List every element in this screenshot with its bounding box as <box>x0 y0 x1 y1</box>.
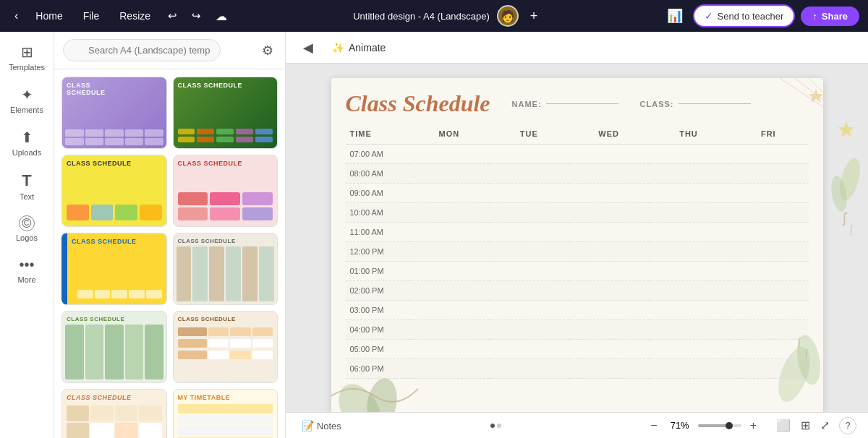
template-card-5[interactable]: Class Schedule <box>61 233 167 305</box>
cell-tue-4[interactable] <box>489 223 569 242</box>
cell-thu-2[interactable] <box>649 184 728 203</box>
cell-wed-9[interactable] <box>569 320 648 340</box>
cell-fri-7[interactable] <box>728 281 808 301</box>
page-dot-2[interactable] <box>497 424 501 428</box>
cell-thu-4[interactable] <box>649 223 728 242</box>
cell-thu-6[interactable] <box>649 262 728 281</box>
cell-mon-6[interactable] <box>409 262 489 281</box>
nav-file[interactable]: File <box>75 7 109 25</box>
filter-button[interactable]: ⚙ <box>259 40 276 61</box>
cell-mon-3[interactable] <box>409 203 489 223</box>
cell-tue-2[interactable] <box>489 184 569 203</box>
cell-thu-10[interactable] <box>649 340 728 359</box>
fullscreen-button[interactable]: ⤢ <box>817 416 833 434</box>
search-input[interactable] <box>63 39 221 61</box>
cell-time-8[interactable]: 03:00 PM <box>346 301 409 320</box>
template-card-3[interactable]: Class Schedule <box>61 155 167 227</box>
cell-wed-10[interactable] <box>569 340 648 359</box>
cell-fri-5[interactable] <box>728 242 808 262</box>
redo-button[interactable]: ↪ <box>186 7 207 25</box>
canvas-main[interactable]: ʃ ʃ Class Schedule NAME: CLASS: <box>286 64 868 412</box>
cell-thu-5[interactable] <box>649 242 728 262</box>
cell-time-10[interactable]: 05:00 PM <box>346 340 409 359</box>
cell-tue-5[interactable] <box>489 242 569 262</box>
template-card-6[interactable]: CLASS SCHEDULE <box>173 233 278 305</box>
cell-thu-1[interactable] <box>649 164 728 184</box>
sidebar-item-logos[interactable]: © Logos <box>2 210 51 248</box>
sidebar-item-uploads[interactable]: ⬆ Uploads <box>2 123 51 163</box>
cell-thu-8[interactable] <box>649 301 728 320</box>
cell-mon-7[interactable] <box>409 281 489 301</box>
cell-tue-3[interactable] <box>489 203 569 223</box>
cell-time-1[interactable]: 08:00 AM <box>346 164 409 184</box>
cell-fri-11[interactable] <box>728 359 808 379</box>
cell-time-3[interactable]: 10:00 AM <box>346 203 409 223</box>
cell-tue-1[interactable] <box>489 164 569 184</box>
schedule-document[interactable]: ʃ ʃ Class Schedule NAME: CLASS: <box>331 78 823 412</box>
cell-thu-7[interactable] <box>649 281 728 301</box>
cell-fri-0[interactable] <box>728 145 808 164</box>
template-card-7[interactable]: CLASS SCHEDULE <box>61 311 167 383</box>
cell-thu-11[interactable] <box>649 359 728 379</box>
zoom-thumb[interactable] <box>726 422 733 429</box>
cell-fri-1[interactable] <box>728 164 808 184</box>
cell-mon-4[interactable] <box>409 223 489 242</box>
cell-thu-3[interactable] <box>649 203 728 223</box>
sidebar-item-text[interactable]: T Text <box>2 166 51 207</box>
cell-wed-0[interactable] <box>569 145 648 164</box>
cell-wed-3[interactable] <box>569 203 648 223</box>
cell-wed-4[interactable] <box>569 223 648 242</box>
cell-wed-7[interactable] <box>569 281 648 301</box>
single-page-view-button[interactable]: ⬜ <box>773 416 794 434</box>
back-button[interactable]: ‹ <box>9 7 24 25</box>
cell-wed-1[interactable] <box>569 164 648 184</box>
cell-mon-9[interactable] <box>409 320 489 340</box>
cell-wed-2[interactable] <box>569 184 648 203</box>
template-card-10[interactable]: My Timetable <box>173 389 278 438</box>
cell-wed-8[interactable] <box>569 301 648 320</box>
cell-time-2[interactable]: 09:00 AM <box>346 184 409 203</box>
cell-time-4[interactable]: 11:00 AM <box>346 223 409 242</box>
cell-tue-10[interactable] <box>489 340 569 359</box>
cell-wed-6[interactable] <box>569 262 648 281</box>
cell-fri-9[interactable] <box>728 320 808 340</box>
cell-tue-7[interactable] <box>489 281 569 301</box>
animate-button[interactable]: ✨ Animate <box>325 39 393 56</box>
template-card-4[interactable]: CLASS SCHEDULE <box>173 155 278 227</box>
cell-time-11[interactable]: 06:00 PM <box>346 359 409 379</box>
cell-mon-10[interactable] <box>409 340 489 359</box>
zoom-out-button[interactable]: − <box>646 416 661 435</box>
notes-button[interactable]: 📝 Notes <box>297 417 346 434</box>
sidebar-item-more[interactable]: ••• More <box>2 251 51 290</box>
cell-wed-5[interactable] <box>569 242 648 262</box>
nav-home[interactable]: Home <box>27 7 71 25</box>
cell-tue-11[interactable] <box>489 359 569 379</box>
undo-button[interactable]: ↩ <box>162 7 183 25</box>
template-card-1[interactable]: CLASSSCHEDULE <box>61 77 167 149</box>
help-button[interactable]: ? <box>839 417 856 434</box>
page-dot-1[interactable] <box>490 424 495 428</box>
cell-time-0[interactable]: 07:00 AM <box>346 145 409 164</box>
nav-resize[interactable]: Resize <box>111 7 159 25</box>
template-card-9[interactable]: Class Schedule <box>61 389 167 438</box>
add-collaborator-button[interactable]: + <box>526 7 542 25</box>
cell-fri-4[interactable] <box>728 223 808 242</box>
cell-mon-11[interactable] <box>409 359 489 379</box>
sidebar-item-elements[interactable]: ✦ Elements <box>2 80 51 120</box>
send-to-teacher-button[interactable]: ✓ Send to teacher <box>693 4 796 27</box>
hide-panel-button[interactable]: ◀ <box>297 37 319 59</box>
sidebar-item-templates[interactable]: ⊞ Templates <box>2 38 51 77</box>
template-card-2[interactable]: Class Schedule <box>173 77 278 149</box>
cell-mon-8[interactable] <box>409 301 489 320</box>
cell-fri-6[interactable] <box>728 262 808 281</box>
cell-tue-6[interactable] <box>489 262 569 281</box>
cell-tue-8[interactable] <box>489 301 569 320</box>
cell-mon-2[interactable] <box>409 184 489 203</box>
cell-wed-11[interactable] <box>569 359 648 379</box>
cell-mon-1[interactable] <box>409 164 489 184</box>
cell-tue-0[interactable] <box>489 145 569 164</box>
zoom-in-button[interactable]: + <box>746 416 761 435</box>
cell-time-6[interactable]: 01:00 PM <box>346 262 409 281</box>
cell-thu-9[interactable] <box>649 320 728 340</box>
cell-tue-9[interactable] <box>489 320 569 340</box>
